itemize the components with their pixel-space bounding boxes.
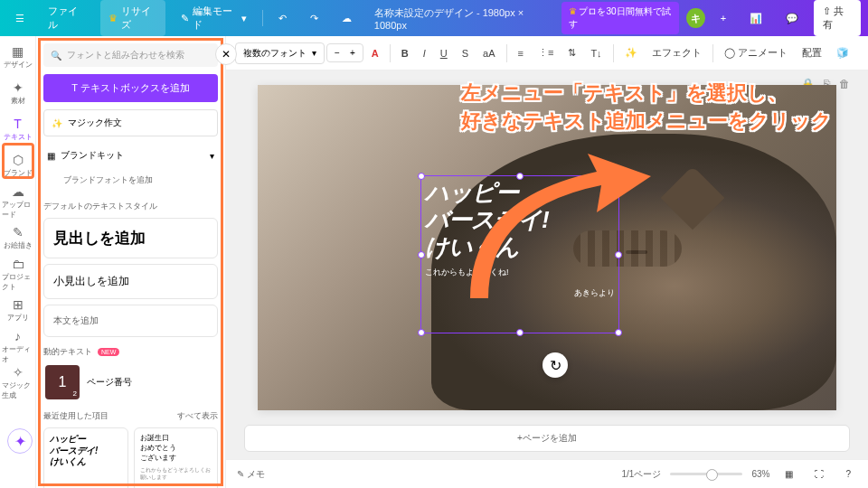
position-button[interactable]: 配置 [796, 42, 828, 64]
resize-handle[interactable] [516, 329, 524, 336]
see-all-link[interactable]: すべて表示 [177, 410, 218, 422]
add-button[interactable]: + [712, 8, 734, 28]
comment-icon[interactable]: 💬 [778, 8, 807, 29]
add-page-button[interactable]: +ページを追加 [244, 425, 850, 452]
edit-mode-button[interactable]: ✎ 編集モード ▾ [173, 0, 255, 36]
zoom-slider[interactable] [670, 473, 742, 475]
resize-handle[interactable] [418, 173, 425, 180]
bold-button[interactable]: B [395, 43, 415, 63]
default-styles-label: デフォルトのテキストスタイル [43, 201, 218, 212]
rail-draw[interactable]: ✎お絵描き [2, 221, 34, 255]
analytics-icon[interactable]: 📊 [741, 8, 770, 29]
resize-button[interactable]: ♛リサイズ [100, 0, 165, 36]
align-button[interactable]: ≡ [512, 43, 530, 63]
vertical-text-button[interactable]: T↓ [584, 43, 608, 63]
page-indicator[interactable]: 1/1ページ [622, 468, 662, 481]
new-badge: NEW [98, 348, 119, 356]
close-panel-button[interactable]: ✕ [215, 43, 237, 65]
rail-elements[interactable]: ✦素材 [2, 76, 34, 110]
brand-kit-row[interactable]: ▦ ブランドキット▾ [43, 144, 218, 167]
add-textbox-button[interactable]: T テキストボックスを追加 [43, 74, 218, 102]
magic-write-button[interactable]: ✨ マジック作文 [43, 109, 218, 136]
rail-text[interactable]: Tテキスト [2, 112, 34, 146]
animate-button[interactable]: ◯ アニメート [718, 42, 794, 64]
undo-button[interactable]: ↶ [270, 8, 295, 29]
rail-magic[interactable]: ✧マジック生成 [2, 365, 34, 399]
text-color-button[interactable]: A [365, 43, 385, 63]
rail-apps[interactable]: ⊞アプリ [2, 293, 34, 327]
rail-upload[interactable]: ☁アップロード [2, 184, 34, 219]
add-heading-button[interactable]: 見出しを追加 [43, 218, 218, 258]
underline-button[interactable]: U [434, 43, 454, 63]
rail-brand[interactable]: ⬡ブランド [2, 148, 34, 183]
add-brand-font[interactable]: ブランドフォントを追加 [43, 171, 218, 193]
fullscreen-icon[interactable]: ⛶ [808, 465, 830, 483]
italic-button[interactable]: I [417, 43, 432, 63]
rail-projects[interactable]: 🗀プロジェクト [2, 257, 34, 291]
strike-button[interactable]: S [456, 43, 475, 63]
search-input[interactable]: 🔍 フォントと組み合わせを検索 [43, 43, 218, 67]
ai-button[interactable]: ✨ [618, 42, 644, 63]
avatar[interactable]: キ [686, 8, 705, 28]
recent-template-1[interactable]: ハッピー バースデイ! けいくん [43, 427, 128, 488]
file-menu[interactable]: ファイル [40, 0, 93, 36]
try-pro-button[interactable]: ♛ プロを30日間無料で試す [561, 2, 680, 34]
memo-button[interactable]: ✎ メモ [237, 468, 265, 481]
resize-handle[interactable] [615, 329, 622, 336]
redo-button[interactable]: ↷ [302, 8, 326, 29]
effects-button[interactable]: エフェクト [646, 42, 708, 64]
resize-handle[interactable] [418, 329, 425, 336]
font-size-input[interactable]: − + [326, 43, 363, 62]
list-button[interactable]: ⋮≡ [532, 42, 560, 63]
font-selector[interactable]: 複数のフォント ▾ [235, 42, 325, 64]
rail-design[interactable]: ▦デザイン [2, 40, 34, 74]
document-title[interactable]: 名称未設定のデザイン - 1980px × 1080px [374, 6, 547, 31]
help-icon[interactable]: ? [839, 465, 857, 483]
recent-template-2[interactable]: お誕生日 おめでとう ございますこれからもどうぞよろしくお願いします [134, 427, 219, 488]
cloud-sync-icon[interactable]: ☁ [334, 8, 360, 29]
annotation-text: 左メニュー「テキスト」を選択し、 好きなテキスト追加メニューをクリック [461, 80, 841, 136]
menu-icon[interactable]: ☰ [7, 8, 33, 29]
ai-assistant-button[interactable]: ✦ [7, 428, 33, 454]
add-subheading-button[interactable]: 小見出しを追加 [43, 264, 218, 299]
case-button[interactable]: aA [476, 43, 501, 63]
floating-action-button[interactable]: ↻ [542, 352, 568, 378]
rail-audio[interactable]: ♪オーディオ [2, 329, 34, 363]
transparency-button[interactable]: 🧊 [830, 42, 855, 63]
page-number-item[interactable]: 1 ページ番号 [43, 363, 218, 401]
add-body-button[interactable]: 本文を追加 [43, 305, 218, 337]
zoom-value[interactable]: 63% [751, 469, 769, 479]
recent-label: 最近使用した項目 [43, 410, 108, 422]
resize-handle[interactable] [418, 251, 425, 258]
annotation-arrow [461, 145, 660, 307]
grid-view-icon[interactable]: ▦ [778, 465, 799, 483]
dynamic-text-label: 動的テキスト [43, 346, 92, 358]
share-button[interactable]: ⇧ 共有 [814, 0, 861, 36]
spacing-button[interactable]: ⇅ [561, 42, 582, 63]
page-number-thumb: 1 [45, 365, 80, 399]
